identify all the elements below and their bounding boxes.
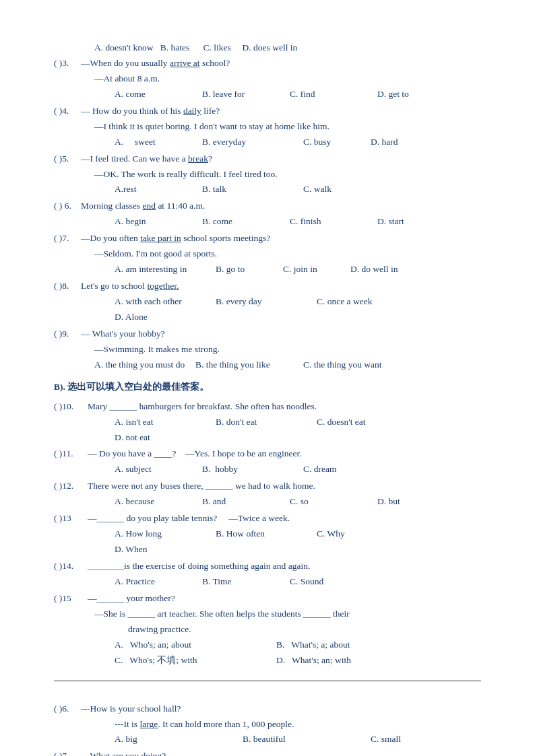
q11-opt-a: A. subject [115,462,202,477]
q4-answer: —I think it is quiet boring. I don't wan… [54,119,481,135]
q3-opt-a: A. come [115,87,202,102]
q4-options: A. sweet B. everyday C. busy D. hard [54,135,481,150]
q9-opt-a: A. the thing you must do [94,357,195,373]
q6b-opt-a: A. big [115,732,243,747]
q12-options: A. because B. and C. so D. but [54,494,481,510]
q15-stem: ( )15 —______ your mother? [54,591,481,607]
q12-opt-b: B. and [202,494,290,510]
q6b-stem: ( )6. ---How is your school hall? [54,701,481,717]
q12-opt-d: D. but [377,494,465,510]
question-11: ( )11. — Do you have a ____? —Yes. I hop… [54,446,481,477]
q10-opt-d: D. not eat [115,430,216,446]
question-3: ( )3. —When do you usually arrive at sch… [54,56,481,102]
q8-options: A. with each other B. every day C. once … [54,294,481,325]
question-7: ( )7. —Do you often take part in school … [54,231,481,277]
question-13: ( )13 —______ do you play table tennis? … [54,511,481,557]
q15-options: A. Who's; an; about B. What's; a; about … [54,638,481,668]
q10-options: A. isn't eat B. don't eat C. doesn't eat… [54,415,481,446]
q13-options: A. How long B. How often C. Why D. When [54,526,481,557]
q6b-opt-b: B. beautiful [243,732,371,747]
q4-opt-a: A. sweet [115,135,202,150]
q15-opt-a: A. Who's; an; about [115,638,276,653]
question-5: ( )5. —I feel tired. Can we have a break… [54,151,481,198]
q6a-opt-c: C. finish [290,214,377,230]
q5-opt-b: B. talk [202,182,303,197]
q2-options: A. doesn't know B. hates C. likes D. doe… [54,40,481,56]
q7-opt-b: B. go to [216,262,283,277]
q9-opt-b: B. the thing you like [195,357,303,373]
q6b-options: A. big B. beautiful C. small [54,732,481,747]
q15-answer: —She is ______ art teacher. She often he… [54,607,481,622]
q8-paren: ( )8. [54,279,81,294]
q14-options: A. Practice B. Time C. Sound [54,574,481,590]
q10-opt-b: B. don't eat [216,415,317,430]
q12-opt-a: A. because [115,494,202,510]
q13-paren: ( )13 [54,511,88,526]
q15-answer2: drawing practice. [54,622,481,638]
question-8: ( )8. Let's go to school together. A. wi… [54,279,481,325]
q7b-stem: ( )7. ---What are you doing? [54,749,481,756]
q3-options: A. come B. leave for C. find D. get to [54,87,481,102]
q6a-paren: ( ) 6. [54,199,81,214]
q3-opt-c: C. find [290,87,377,102]
q8-opt-c: C. once a week [317,294,418,310]
q15-opt-d: D. What's; an; with [276,653,411,668]
q7-opt-a: A. am interesting in [115,262,216,277]
q13-stem: ( )13 —______ do you play table tennis? … [54,511,481,526]
q3-opt-b: B. leave for [202,87,290,102]
q2-opt-b: B. hates [160,40,203,56]
question-14: ( )14. ________is the exercise of doing … [54,559,481,590]
q2-opt-a: A. doesn't know [94,40,160,56]
q4-opt-b: B. everyday [202,135,303,150]
q9-options: A. the thing you must do B. the thing yo… [54,357,481,373]
q13-opt-d: D. When [115,542,202,557]
q3-paren: ( )3. [54,56,81,71]
q8-opt-d: D. Alone [115,310,202,325]
q7-options: A. am interesting in B. go to C. join in… [54,262,481,277]
q12-opt-c: C. so [290,494,377,510]
q2-opt-d: D. does well in [243,40,298,56]
q14-stem: ( )14. ________is the exercise of doing … [54,559,481,574]
q6a-stem: ( ) 6. Morning classes end at 11:40 a.m. [54,199,481,214]
q3-text: —When do you usually arrive at school? [81,56,230,71]
q15-opt-b: B. What's; a; about [276,638,411,653]
q5-stem: ( )5. —I feel tired. Can we have a break… [54,151,481,167]
q11-options: A. subject B. hobby C. dream [54,462,481,477]
q6b-answer: ---It is large. It can hold more than 1,… [54,717,481,732]
question-12: ( )12. There were not any buses there, _… [54,479,481,510]
q14-paren: ( )14. [54,559,88,574]
q13-opt-c: C. Why [317,526,404,542]
q6b-opt-c: C. small [371,732,438,747]
q13-opt-b: B. How often [216,526,317,542]
q13-opt-a: A. How long [115,526,216,542]
q6a-opt-b: B. come [202,214,290,230]
q6b-paren: ( )6. [54,701,81,717]
section-divider [54,681,481,681]
q12-stem: ( )12. There were not any buses there, _… [54,479,481,494]
q15-opt-c: C. Who's; 不填; with [115,653,276,668]
q11-stem: ( )11. — Do you have a ____? —Yes. I hop… [54,446,481,462]
question-15: ( )15 —______ your mother? —She is _____… [54,591,481,668]
question-10: ( )10. Mary ______ hamburgers for breakf… [54,399,481,446]
q5-paren: ( )5. [54,151,81,167]
q6a-opt-a: A. begin [115,214,202,230]
q4-opt-d: D. hard [371,135,438,150]
q10-opt-c: C. doesn't eat [317,415,418,430]
q7-paren: ( )7. [54,231,81,246]
q4-stem: ( )4. — How do you think of his daily li… [54,104,481,119]
q7-stem: ( )7. —Do you often take part in school … [54,231,481,246]
q7-answer: —Seldom. I'm not good at sports. [54,246,481,262]
q5-options: A.rest B. talk C. walk [54,182,481,197]
q6a-opt-d: D. start [377,214,465,230]
q7b-paren: ( )7. [54,749,81,756]
q14-opt-c: C. Sound [290,574,377,590]
q10-stem: ( )10. Mary ______ hamburgers for breakf… [54,399,481,415]
q3-answer: —At about 8 a.m. [54,71,481,87]
q5-opt-c: C. walk [303,182,391,197]
q4-paren: ( )4. [54,104,81,119]
q14-opt-a: A. Practice [115,574,202,590]
section-b-label: B). 选出可以填入空白处的最佳答案。 [54,376,481,398]
question-6b: ( )6. ---How is your school hall? ---It … [54,701,481,748]
question-4: ( )4. — How do you think of his daily li… [54,104,481,150]
q6a-options: A. begin B. come C. finish D. start [54,214,481,230]
